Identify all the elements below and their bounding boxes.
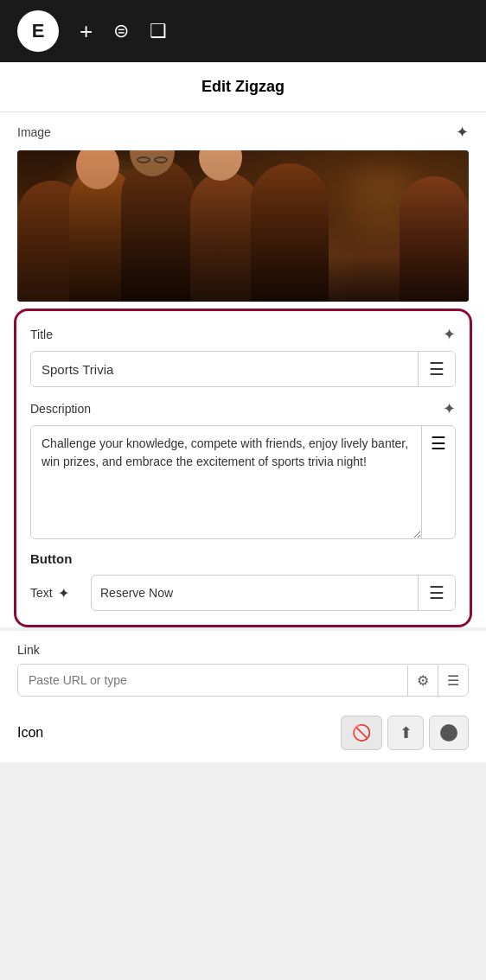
title-stack-icon-btn[interactable]: ☰ xyxy=(418,352,455,386)
text-sparkle-icon[interactable]: ✦ xyxy=(58,585,69,601)
title-stack-icon: ☰ xyxy=(429,360,444,379)
panel-header: Edit Zigzag xyxy=(0,62,486,112)
layers-icon[interactable]: ❑ xyxy=(150,20,167,42)
description-ai-icon[interactable]: ✦ xyxy=(443,399,456,418)
text-label-text: Text xyxy=(30,586,53,600)
icon-label: Icon xyxy=(17,725,43,741)
button-text-input-wrapper: ☰ xyxy=(91,575,456,611)
button-subsection: Button Text ✦ ☰ xyxy=(30,551,456,611)
image-section: Image ✦ xyxy=(0,112,486,302)
link-stack-icon: ☰ xyxy=(447,673,459,688)
button-text-row: Text ✦ ☰ xyxy=(30,575,456,611)
image-preview xyxy=(17,150,469,302)
button-text-stack-icon: ☰ xyxy=(429,583,444,602)
no-icon: 🚫 xyxy=(352,723,371,742)
elementor-logo[interactable]: E xyxy=(17,10,59,52)
description-textarea-wrapper: Challenge your knowledge, compete with f… xyxy=(30,425,456,539)
image-content xyxy=(17,150,469,302)
title-field-group: Title ✦ ☰ xyxy=(30,325,456,387)
title-label-row: Title ✦ xyxy=(30,325,456,344)
circle-btn[interactable] xyxy=(429,716,469,750)
link-gear-btn[interactable]: ⚙ xyxy=(407,665,438,696)
upload-icon-btn[interactable]: ⬆ xyxy=(387,716,424,750)
button-text-stack-btn[interactable]: ☰ xyxy=(418,576,455,610)
no-icon-btn[interactable]: 🚫 xyxy=(341,716,382,750)
title-ai-icon[interactable]: ✦ xyxy=(443,325,456,344)
description-textarea[interactable]: Challenge your knowledge, compete with f… xyxy=(31,426,421,538)
icon-field-row: Icon 🚫 ⬆ xyxy=(17,716,469,750)
gear-icon: ⚙ xyxy=(417,673,429,688)
image-label-row: Image ✦ xyxy=(17,123,469,142)
text-label-group: Text ✦ xyxy=(30,585,82,601)
circle-dot xyxy=(440,724,457,741)
description-icon-col: ☰ xyxy=(421,426,455,538)
add-icon[interactable]: + xyxy=(80,18,93,45)
title-input[interactable] xyxy=(31,353,418,385)
url-input[interactable] xyxy=(18,665,407,696)
icon-buttons-group: 🚫 ⬆ xyxy=(341,716,469,750)
image-label: Image xyxy=(17,125,51,139)
sliders-icon[interactable]: ⊜ xyxy=(113,20,129,42)
url-input-row: ⚙ ☰ xyxy=(17,664,469,697)
description-label-row: Description ✦ xyxy=(30,399,456,418)
icon-section: Icon 🚫 ⬆ xyxy=(0,709,486,762)
description-stack-icon[interactable]: ☰ xyxy=(431,433,446,454)
panel-title: Edit Zigzag xyxy=(201,78,285,95)
link-stack-btn[interactable]: ☰ xyxy=(438,665,468,696)
description-label: Description xyxy=(30,402,91,416)
upload-icon: ⬆ xyxy=(400,723,412,742)
link-section: Link ⚙ ☰ xyxy=(0,631,486,709)
title-label: Title xyxy=(30,328,53,341)
title-input-wrapper: ☰ xyxy=(30,351,456,387)
active-section-wrapper: Title ✦ ☰ Description ✦ Challenge your k… xyxy=(0,302,486,627)
button-text-input[interactable] xyxy=(92,579,418,607)
description-field-group: Description ✦ Challenge your knowledge, … xyxy=(30,399,456,539)
image-ai-icon[interactable]: ✦ xyxy=(456,123,469,142)
button-section-label: Button xyxy=(30,551,456,566)
toolbar: E + ⊜ ❑ xyxy=(0,0,486,62)
link-label: Link xyxy=(17,643,469,657)
active-section: Title ✦ ☰ Description ✦ Challenge your k… xyxy=(14,309,472,627)
